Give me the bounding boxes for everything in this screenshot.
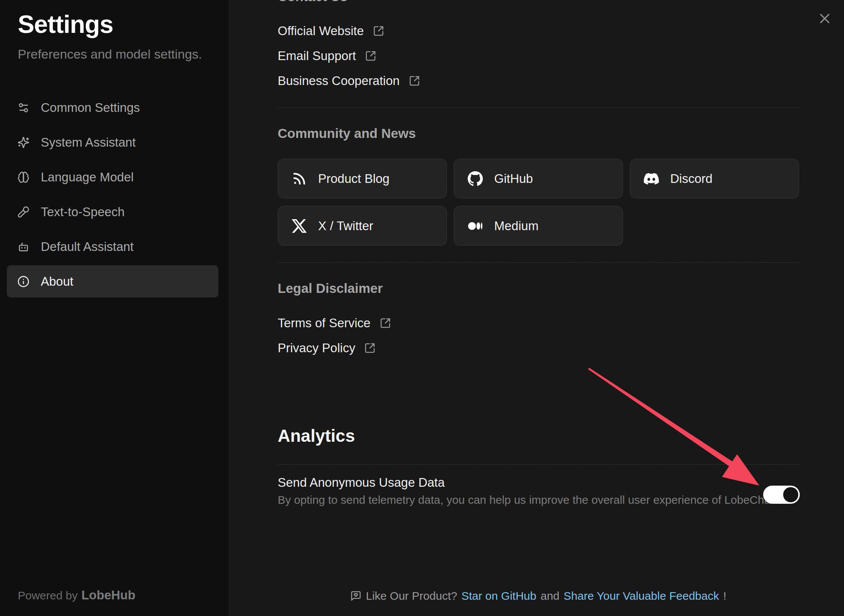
- sparkles-icon: [17, 136, 29, 149]
- about-panel: Contact Us Official Website Email Suppor…: [278, 0, 799, 616]
- star-on-github-link[interactable]: Star on GitHub: [461, 590, 536, 602]
- usage-data-toggle[interactable]: [763, 486, 800, 504]
- privacy-policy-link[interactable]: Privacy Policy: [278, 339, 391, 357]
- product-blog-button[interactable]: Product Blog: [278, 159, 447, 198]
- external-link-icon: [409, 75, 420, 87]
- external-link-icon: [365, 50, 376, 62]
- github-icon: [468, 171, 483, 186]
- settings-sidebar: Settings Preferences and model settings.…: [0, 0, 229, 616]
- sidebar-item-label: System Assistant: [41, 135, 136, 150]
- share-feedback-link[interactable]: Share Your Valuable Feedback: [564, 590, 719, 602]
- external-link-icon: [364, 342, 376, 354]
- button-label: Medium: [494, 219, 538, 233]
- sidebar-nav: Common Settings System Assistant Languag…: [7, 91, 218, 300]
- discord-button[interactable]: Discord: [630, 159, 799, 198]
- medium-button[interactable]: Medium: [454, 206, 623, 246]
- close-button[interactable]: [818, 12, 832, 25]
- brain-icon: [17, 171, 29, 183]
- contact-section-title: Contact Us: [278, 0, 348, 5]
- footer-text: !: [723, 590, 726, 602]
- button-label: X / Twitter: [318, 219, 373, 233]
- powered-by: Powered byLobeHub: [18, 588, 135, 602]
- message-heart-icon: [350, 590, 362, 602]
- medium-icon: [468, 218, 483, 234]
- sidebar-item-about[interactable]: About: [7, 265, 218, 297]
- link-label: Terms of Service: [278, 316, 371, 330]
- link-label: Privacy Policy: [278, 341, 355, 355]
- button-label: Product Blog: [318, 172, 390, 186]
- sidebar-item-default-assistant[interactable]: Default Assistant: [7, 231, 218, 263]
- divider: [278, 464, 799, 464]
- legal-section-title: Legal Disclaimer: [278, 280, 383, 297]
- sidebar-item-label: Text-to-Speech: [41, 205, 125, 219]
- info-icon: [17, 275, 29, 288]
- mic-icon: [17, 206, 29, 218]
- sidebar-item-common-settings[interactable]: Common Settings: [7, 91, 218, 124]
- divider: [278, 262, 799, 263]
- legal-links: Terms of Service Privacy Policy: [278, 314, 391, 357]
- x-icon: [292, 218, 307, 234]
- sliders-icon: [17, 102, 29, 114]
- email-support-link[interactable]: Email Support: [278, 47, 420, 65]
- footer-text: Like Our Product?: [366, 590, 457, 602]
- usage-data-description: By opting to send telemetry data, you ca…: [278, 494, 777, 506]
- github-button[interactable]: GitHub: [454, 159, 623, 198]
- community-buttons: Product Blog GitHub Discord X / Twitter …: [278, 159, 799, 246]
- sidebar-item-label: Common Settings: [41, 101, 140, 115]
- toggle-knob: [783, 487, 798, 502]
- external-link-icon: [373, 25, 384, 37]
- link-label: Business Cooperation: [278, 74, 400, 88]
- footer-text: and: [541, 590, 560, 602]
- rss-icon: [292, 171, 307, 186]
- divider: [278, 107, 799, 108]
- powered-by-text: Powered by: [18, 589, 77, 602]
- business-cooperation-link[interactable]: Business Cooperation: [278, 72, 420, 90]
- x-twitter-button[interactable]: X / Twitter: [278, 206, 447, 246]
- terms-of-service-link[interactable]: Terms of Service: [278, 314, 391, 332]
- button-label: GitHub: [494, 172, 533, 186]
- sidebar-item-system-assistant[interactable]: System Assistant: [7, 126, 218, 158]
- page-subtitle: Preferences and model settings.: [18, 47, 202, 62]
- sidebar-item-label: Language Model: [41, 170, 134, 184]
- sidebar-item-language-model[interactable]: Language Model: [7, 161, 218, 193]
- button-label: Discord: [670, 172, 713, 186]
- sidebar-item-text-to-speech[interactable]: Text-to-Speech: [7, 196, 218, 228]
- link-label: Official Website: [278, 24, 364, 38]
- footer-feedback: Like Our Product? Star on GitHub and Sha…: [278, 590, 799, 602]
- link-label: Email Support: [278, 49, 356, 63]
- community-section-title: Community and News: [278, 125, 416, 142]
- official-website-link[interactable]: Official Website: [278, 22, 420, 40]
- discord-icon: [644, 171, 659, 186]
- page-title: Settings: [18, 10, 113, 39]
- bot-icon: [17, 241, 29, 253]
- sidebar-item-label: Default Assistant: [41, 240, 134, 254]
- usage-data-label: Send Anonymous Usage Data: [278, 475, 445, 490]
- analytics-section-title: Analytics: [278, 426, 355, 446]
- lobehub-brand: LobeHub: [81, 588, 135, 602]
- close-icon: [818, 12, 832, 25]
- external-link-icon: [380, 317, 391, 329]
- contact-links: Official Website Email Support Business …: [278, 22, 420, 90]
- sidebar-item-label: About: [41, 274, 73, 289]
